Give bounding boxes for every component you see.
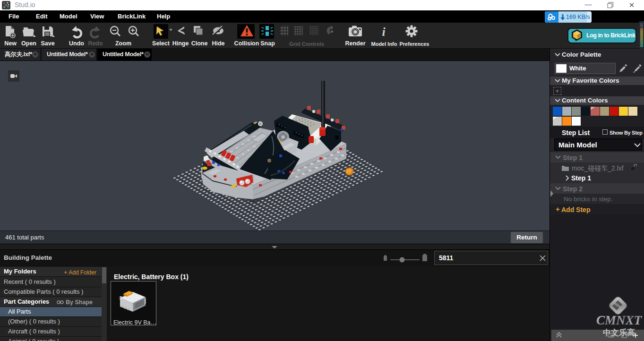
- svg-text:CMNXT: CMNXT: [596, 313, 643, 327]
- svg-text:中文乐高: 中文乐高: [603, 328, 635, 337]
